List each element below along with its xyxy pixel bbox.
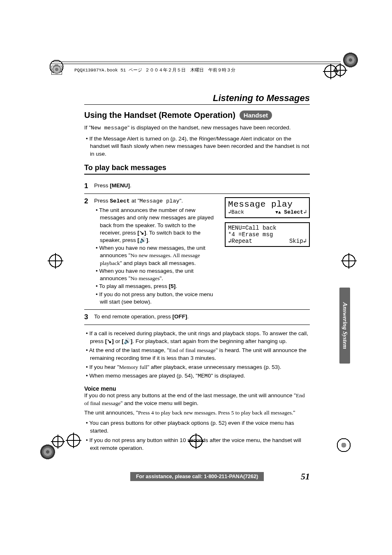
talk-key-icon: [↘] bbox=[105, 338, 114, 344]
step-2-body: Press Select at "Message play". The unit… bbox=[94, 197, 310, 306]
step-3-num: 3 bbox=[84, 313, 90, 321]
footer-row: For assistance, please call: 1-800-211-P… bbox=[84, 472, 310, 481]
book-info-bar: PQQX13987YA.book 51 ページ ２００４年２月５日 木曜日 午前… bbox=[51, 64, 341, 75]
book-info-text: PQQX13987YA.book 51 ページ ２００４年２月５日 木曜日 午前… bbox=[72, 65, 235, 75]
lcd-display-2: MENU=Call back *4 =Erase msg ↲Repeat Ski… bbox=[225, 222, 310, 247]
step2-bullet3: When you have no messages, the unit anno… bbox=[100, 267, 217, 282]
intro-pre: If " bbox=[84, 124, 91, 131]
section-tab-label: Answering System bbox=[341, 302, 348, 349]
voice-menu-heading: Voice menu bbox=[84, 385, 310, 392]
section-heading-row: Using the Handset (Remote Operation) Han… bbox=[84, 111, 310, 120]
step-1: 1 Press [MENU]. bbox=[84, 179, 310, 194]
post-steps-notes: If a call is received during playback, t… bbox=[84, 330, 310, 380]
lcd2-skip: Skip↲ bbox=[289, 238, 307, 244]
playback-heading: To play back messages bbox=[84, 164, 310, 175]
speaker-key-icon: [🔊] bbox=[122, 338, 132, 344]
crop-mark-bl bbox=[41, 434, 66, 458]
vm-p1: If you do not press any buttons at the e… bbox=[84, 392, 310, 408]
vm-bullet1: You can press buttons for other playback… bbox=[84, 419, 310, 435]
speaker-key-icon: [🔊] bbox=[138, 237, 148, 243]
lcd2-line2: *4 =Erase msg bbox=[228, 231, 273, 238]
steps-list: 1 Press [MENU]. 2 Press Select at "Messa… bbox=[84, 179, 310, 325]
intro-post: " is displayed on the handset, new messa… bbox=[127, 124, 291, 131]
lcd1-title: Message play bbox=[228, 200, 307, 210]
inner-cross-bl bbox=[66, 433, 81, 448]
step-2-num: 2 bbox=[84, 197, 90, 306]
step-1-body: Press [MENU]. bbox=[94, 182, 310, 190]
step-3-body: To end remote operation, press [OFF]. bbox=[94, 313, 310, 321]
note-memo: When memo messages are played (p. 54), "… bbox=[84, 372, 310, 380]
intro-paragraph: If "New message" is displayed on the han… bbox=[84, 124, 310, 132]
book-icon bbox=[51, 66, 62, 75]
note-call-received: If a call is received during playback, t… bbox=[84, 330, 310, 345]
lcd1-select: ▼▲ Select↲ bbox=[275, 210, 307, 216]
lcd2-line1: MENU=Call back bbox=[228, 225, 277, 231]
intro-mono: New message bbox=[91, 125, 127, 131]
vm-p2: The unit announces, "Press 4 to play bac… bbox=[84, 409, 310, 417]
note-end-of-final: At the end of the last message, "End of … bbox=[84, 347, 310, 362]
page-number: 51 bbox=[301, 471, 310, 482]
step-3: 3 To end remote operation, press [OFF]. bbox=[84, 310, 310, 325]
lcd2-repeat: ↲Repeat bbox=[228, 238, 252, 244]
step2-bullet2: When you have no new messages, the unit … bbox=[100, 244, 217, 267]
step2-bullet1: The unit announces the number of new mes… bbox=[100, 207, 217, 244]
note-memory-full: If you hear "Memory full" after playback… bbox=[84, 364, 310, 371]
assistance-footer: For assistance, please call: 1-800-211-P… bbox=[130, 472, 264, 481]
registration-cross-right bbox=[341, 253, 357, 269]
step-1-num: 1 bbox=[84, 182, 90, 190]
step2-bullet5: If you do not press any button, the voic… bbox=[100, 291, 217, 306]
handset-badge: Handset bbox=[240, 111, 272, 120]
alert-note: • If the Message Alert is turned on (p. … bbox=[84, 135, 310, 158]
step2-bullet4: To play all messages, press [5]. bbox=[100, 283, 217, 290]
chapter-title: Listening to Messages bbox=[84, 93, 310, 105]
step-2: 2 Press Select at "Message play". The un… bbox=[84, 194, 310, 310]
lcd1-back: ↲Back bbox=[228, 210, 244, 216]
section-tab: Answering System bbox=[339, 288, 350, 364]
lcd-display-1: Message play ↲Back ▼▲ Select↲ bbox=[225, 197, 310, 218]
section-title: Using the Handset (Remote Operation) bbox=[84, 111, 235, 120]
registration-cross-left bbox=[48, 253, 63, 269]
talk-key-icon: [↘] bbox=[138, 230, 146, 236]
registration-cross-bottom bbox=[188, 433, 204, 449]
